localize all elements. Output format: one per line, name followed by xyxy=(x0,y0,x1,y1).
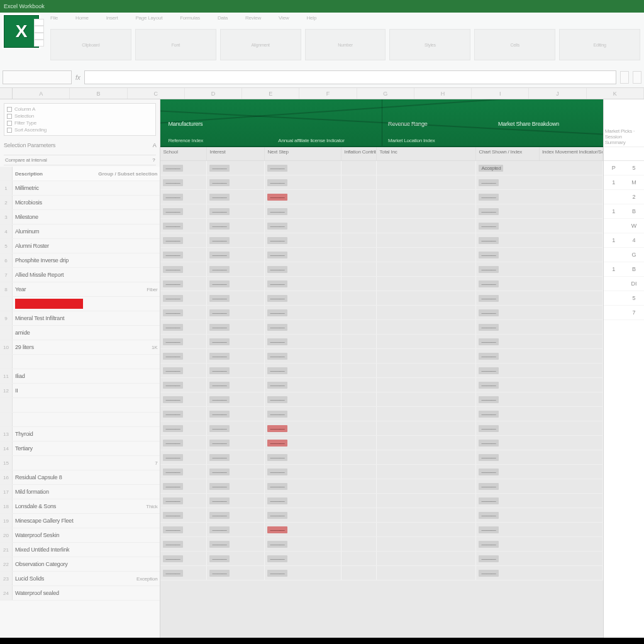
table-cell[interactable] xyxy=(341,204,377,218)
table-cell[interactable]: ——— xyxy=(207,175,265,189)
column-letter[interactable]: K xyxy=(587,88,644,99)
table-cell[interactable]: ——— xyxy=(476,479,602,493)
table-row[interactable]: ———————————— xyxy=(160,378,602,392)
table-cell[interactable]: ——— xyxy=(476,219,602,233)
row-number[interactable] xyxy=(0,297,13,311)
row-number[interactable]: 9 xyxy=(0,311,13,325)
column-letter[interactable]: J xyxy=(529,88,586,99)
table-cell[interactable]: ——— xyxy=(476,262,602,276)
table-cell[interactable]: ——— xyxy=(160,262,207,276)
table-cell[interactable] xyxy=(341,320,377,334)
table-cell[interactable] xyxy=(377,378,476,392)
left-row[interactable]: 11Iliad xyxy=(0,369,160,384)
table-cell[interactable] xyxy=(377,248,476,262)
table-cell[interactable]: ——— xyxy=(207,407,265,421)
table-cell[interactable] xyxy=(377,291,476,305)
table-column-header[interactable]: Index Movement Indicator/Section xyxy=(540,147,603,160)
table-cell[interactable] xyxy=(377,219,476,233)
table-cell[interactable] xyxy=(377,320,476,334)
table-column-header[interactable]: Total Inc xyxy=(377,147,476,160)
filter-options-box[interactable]: Column ASelectionFilter TypeSort Ascendi… xyxy=(4,103,156,136)
row-number[interactable] xyxy=(0,413,13,426)
table-cell[interactable] xyxy=(377,392,476,406)
table-cell[interactable] xyxy=(341,421,377,435)
table-cell[interactable]: ——— xyxy=(207,277,265,291)
ribbon-group[interactable]: Font xyxy=(135,29,216,60)
table-cell[interactable]: ——— xyxy=(476,306,602,319)
column-letter[interactable]: C xyxy=(128,88,185,99)
table-cell[interactable] xyxy=(377,523,476,536)
row-number[interactable]: 12 xyxy=(0,384,13,397)
table-row[interactable]: ———————————— xyxy=(160,421,602,436)
table-cell[interactable]: ——— xyxy=(160,436,207,450)
row-number[interactable]: 5 xyxy=(0,239,13,253)
left-row[interactable]: 6Phosphite Inverse drip xyxy=(0,253,160,268)
table-cell[interactable]: ——— xyxy=(265,392,341,406)
table-cell[interactable]: ——— xyxy=(265,523,341,536)
table-cell[interactable] xyxy=(377,494,476,508)
checkbox-icon[interactable] xyxy=(7,114,12,119)
table-cell[interactable] xyxy=(377,364,476,377)
table-cell[interactable] xyxy=(341,349,377,363)
table-cell[interactable] xyxy=(341,277,377,291)
left-row[interactable]: 157 xyxy=(0,456,160,470)
table-row[interactable]: ———————————— xyxy=(160,450,602,465)
left-row[interactable]: 3Milestone xyxy=(0,210,160,225)
table-row[interactable]: ———————————— xyxy=(160,291,602,306)
table-cell[interactable]: ——— xyxy=(160,306,207,319)
table-cell[interactable]: ——— xyxy=(160,161,207,175)
table-cell[interactable]: ——— xyxy=(476,175,602,189)
row-number[interactable]: 22 xyxy=(0,557,13,571)
ribbon-tab[interactable]: Help xyxy=(306,15,316,25)
left-rows[interactable]: 1Millimetric2Microbiosis3Milestone4Alumi… xyxy=(0,181,160,644)
right-row[interactable]: W xyxy=(604,219,644,233)
table-column-header[interactable]: Next Step xyxy=(265,147,341,160)
table-row[interactable]: ———————————— xyxy=(160,364,602,378)
row-number[interactable]: 17 xyxy=(0,485,13,499)
table-cell[interactable]: ——— xyxy=(476,291,602,305)
row-number[interactable]: 18 xyxy=(0,499,13,513)
table-cell[interactable]: ——— xyxy=(160,465,207,479)
table-cell[interactable] xyxy=(377,508,476,522)
name-box[interactable] xyxy=(3,70,72,84)
left-row[interactable]: 1Millimetric xyxy=(0,181,160,196)
table-cell[interactable] xyxy=(341,508,377,522)
column-letter[interactable]: A xyxy=(13,88,70,99)
table-cell[interactable] xyxy=(341,248,377,262)
table-row[interactable]: ———————————— xyxy=(160,508,602,523)
table-cell[interactable]: ——— xyxy=(476,523,602,536)
table-cell[interactable] xyxy=(341,175,377,189)
table-cell[interactable]: ——— xyxy=(160,291,207,305)
table-cell[interactable]: ——— xyxy=(207,537,265,551)
ribbon-tab[interactable]: Insert xyxy=(106,15,118,25)
right-rows[interactable]: P51M21BW14G1BDI57 xyxy=(604,161,644,320)
table-cell[interactable]: ——— xyxy=(265,204,341,218)
table-cell[interactable]: ——— xyxy=(207,161,265,175)
row-number[interactable]: 10 xyxy=(0,340,13,354)
left-row[interactable]: 20Waterproof Seskin xyxy=(0,528,160,543)
ribbon-group[interactable]: Editing xyxy=(559,29,640,60)
table-row[interactable]: ———————————— xyxy=(160,248,602,262)
table-cell[interactable] xyxy=(377,161,476,175)
table-cell[interactable]: ——— xyxy=(160,335,207,348)
table-cell[interactable]: ——— xyxy=(476,364,602,377)
table-cell[interactable]: ——— xyxy=(265,190,341,204)
table-cell[interactable] xyxy=(341,436,377,450)
table-cell[interactable] xyxy=(341,566,377,580)
table-cell[interactable]: ——— xyxy=(265,306,341,319)
table-row[interactable]: ———————————— xyxy=(160,407,602,421)
left-row[interactable]: 4Aluminum xyxy=(0,225,160,239)
right-row[interactable]: 14 xyxy=(604,233,644,248)
table-row[interactable]: ———————————— xyxy=(160,523,602,537)
table-cell[interactable]: ——— xyxy=(160,450,207,464)
table-cell[interactable]: ——— xyxy=(265,349,341,363)
column-letter[interactable]: E xyxy=(242,88,299,99)
ribbon-tab[interactable]: Data xyxy=(218,15,228,25)
left-row[interactable]: 24Waterproof sealed xyxy=(0,586,160,601)
row-number[interactable]: 11 xyxy=(0,369,13,383)
table-cell[interactable] xyxy=(341,494,377,508)
table-row[interactable]: ———————————— xyxy=(160,306,602,320)
table-cell[interactable]: ——— xyxy=(160,349,207,363)
table-cell[interactable]: ——— xyxy=(265,248,341,262)
table-row[interactable]: ———————————— xyxy=(160,436,602,450)
